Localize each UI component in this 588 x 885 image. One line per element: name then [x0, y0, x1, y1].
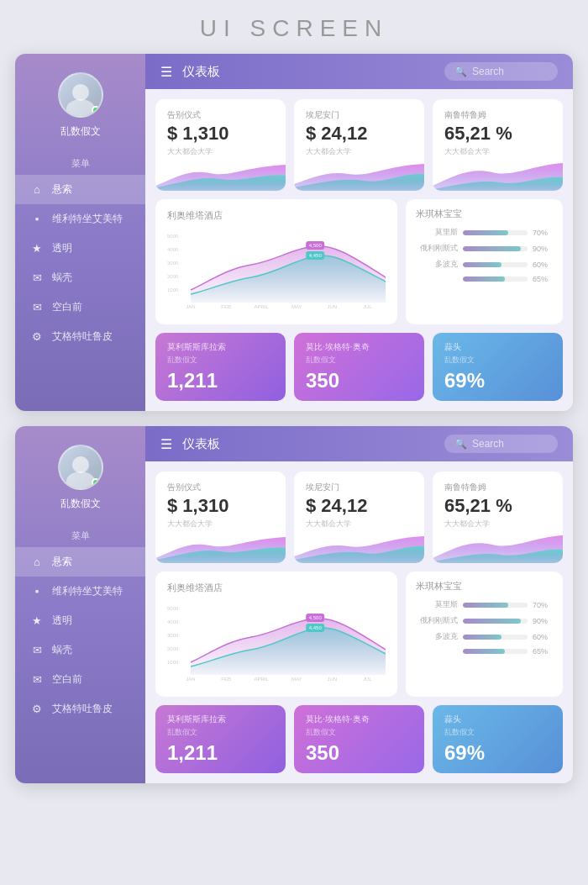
progress-bar-fill-2 — [463, 246, 521, 251]
search-box: 🔍 — [444, 62, 558, 81]
svg-text:JUN: JUN — [327, 677, 337, 682]
sidebar-item-star[interactable]: ★ 透明 — [15, 234, 145, 263]
progress-bar-bg-2-4 — [463, 649, 528, 654]
sidebar-2-item-chat[interactable]: ✉ 蜗壳 — [15, 635, 145, 665]
progress-bar-fill-3 — [463, 262, 501, 267]
progress-pct-2-3: 60% — [533, 633, 553, 641]
stat-card-2-1-chart — [155, 533, 286, 563]
stat-card-1-sublabel: 大大都会大学 — [167, 146, 274, 157]
svg-text:4,450: 4,450 — [309, 253, 323, 258]
bottom-card-2-3: 蒜头 乱数假文 69% — [433, 705, 563, 773]
bottom-card-2-3-sublabel: 乱数假文 — [444, 727, 475, 738]
nav-items-2: ⌂ 悬索 ▪ 维利特坐艾美特 ★ 透明 ✉ 蜗壳 ✉ 空白前 ⚙ 艾格特吐鲁皮 — [15, 547, 145, 724]
sidebar-2-item-label: 悬索 — [52, 555, 72, 569]
progress-bar-fill-1 — [463, 230, 508, 235]
sidebar-item-settings[interactable]: ⚙ 艾格特吐鲁皮 — [15, 322, 145, 351]
sidebar-item-label: 蜗壳 — [52, 271, 72, 285]
svg-text:FEB: FEB — [221, 304, 231, 309]
progress-bar-bg-2-2 — [463, 619, 528, 624]
sidebar-item-home[interactable]: ⌂ 悬索 — [15, 175, 145, 204]
bottom-cards: 莫利斯斯库拉索 乱数假文 1,211 莫比·埃格特·奥奇 乱数假文 350 蒜头… — [145, 324, 573, 411]
sidebar-2-item-settings[interactable]: ⚙ 艾格特吐鲁皮 — [15, 694, 145, 724]
progress-bar-bg-2 — [463, 246, 528, 251]
sidebar-2-item-label: 透明 — [52, 614, 72, 628]
line-chart-title-2: 利奥维塔酒店 — [167, 582, 386, 594]
stat-card-3-value: 65,21 % — [444, 123, 551, 145]
sidebar-2-item-label: 空白前 — [52, 672, 82, 687]
progress-title: 米琪林宝宝 — [416, 208, 553, 220]
chat-icon-2: ✉ — [30, 644, 44, 656]
main-content: ☰ 仪表板 🔍 告别仪式 $ 1,310 大大都会大学 — [145, 54, 573, 411]
sidebar-item-mail[interactable]: ✉ 空白前 — [15, 292, 145, 322]
progress-label-2-2: 俄利刚斯式 — [416, 615, 458, 626]
sidebar-2: 乱数假文 菜单 ⌂ 悬索 ▪ 维利特坐艾美特 ★ 透明 ✉ 蜗壳 ✉ 空白前 — [15, 426, 145, 783]
bottom-card-1-sublabel: 乱数假文 — [167, 355, 197, 366]
bottom-card-1-value: 1,211 — [167, 369, 218, 392]
progress-title-2: 米琪林宝宝 — [416, 580, 553, 593]
bottom-card-2-value: 350 — [306, 369, 339, 392]
stat-cards-grid-2: 告别仪式 $ 1,310 大大都会大学 埃尼安门 $ 24,12 大大都会大学 — [145, 461, 573, 563]
progress-row-1: 莫里斯 70% — [416, 227, 553, 238]
hamburger-icon[interactable]: ☰ — [160, 64, 172, 80]
sidebar-2-item-home[interactable]: ⌂ 悬索 — [15, 547, 145, 577]
svg-text:4,500: 4,500 — [309, 243, 323, 248]
bottom-card-1: 莫利斯斯库拉索 乱数假文 1,211 — [155, 333, 286, 401]
star-icon: ★ — [30, 242, 44, 255]
svg-text:APRIL: APRIL — [254, 677, 269, 682]
sidebar-item-chart[interactable]: ▪ 维利特坐艾美特 — [15, 204, 145, 234]
sidebar-item-label: 维利特坐艾美特 — [52, 212, 123, 226]
stat-card-2-2-sublabel: 大大都会大学 — [306, 519, 412, 529]
sidebar-2-item-chart[interactable]: ▪ 维利特坐艾美特 — [15, 577, 145, 606]
sidebar-2-item-star[interactable]: ★ 透明 — [15, 606, 145, 635]
stat-card-2-3-label: 南鲁特鲁姆 — [444, 482, 551, 493]
stat-card-1-chart — [155, 161, 286, 191]
progress-pct-1: 70% — [533, 229, 553, 237]
stat-card-2-1-value: $ 1,310 — [167, 495, 274, 517]
settings-icon-2: ⚙ — [30, 703, 44, 715]
sidebar-item-label: 悬索 — [52, 182, 72, 197]
bottom-card-3: 蒜头 乱数假文 69% — [433, 333, 563, 401]
stat-card-3-label: 南鲁特鲁姆 — [444, 109, 551, 121]
avatar — [58, 72, 103, 118]
svg-text:2000: 2000 — [167, 274, 179, 279]
star-icon-2: ★ — [30, 614, 44, 627]
search-input[interactable] — [472, 66, 548, 77]
online-dot-2 — [92, 478, 100, 487]
bottom-card-2-3-label: 蒜头 — [444, 714, 461, 725]
sidebar-2-item-mail[interactable]: ✉ 空白前 — [15, 665, 145, 694]
progress-row-2-3: 多波克 60% — [416, 631, 553, 642]
stat-card-2-sublabel: 大大都会大学 — [306, 146, 412, 157]
mail-icon: ✉ — [30, 301, 44, 313]
bottom-card-2-1-label: 莫利斯斯库拉索 — [167, 714, 226, 725]
search-box-2: 🔍 — [444, 435, 558, 453]
progress-pct-3: 60% — [533, 261, 553, 269]
svg-text:JUN: JUN — [327, 304, 337, 309]
sidebar-item-label: 透明 — [52, 241, 72, 255]
stat-card-2-3-sublabel: 大大都会大学 — [444, 519, 551, 529]
svg-text:MAY: MAY — [291, 304, 302, 309]
sidebar-item-chat[interactable]: ✉ 蜗壳 — [15, 263, 145, 292]
svg-text:5000: 5000 — [167, 606, 179, 611]
progress-card-2: 米琪林宝宝 莫里斯 70% 俄利刚斯式 90% 多波克 — [406, 572, 563, 697]
search-input-2[interactable] — [472, 438, 548, 450]
svg-text:JUL: JUL — [363, 677, 372, 682]
dashboard-1: 乱数假文 菜单 ⌂ 悬索 ▪ 维利特坐艾美特 ★ 透明 ✉ 蜗壳 ✉ 空白前 — [15, 54, 573, 411]
hamburger-icon-2[interactable]: ☰ — [160, 436, 172, 452]
svg-text:1000: 1000 — [167, 287, 179, 292]
mail-icon-2: ✉ — [30, 673, 44, 686]
stat-card-1-value: $ 1,310 — [167, 123, 274, 145]
bottom-cards-2: 莫利斯斯库拉索 乱数假文 1,211 莫比·埃格特·奥奇 乱数假文 350 蒜头… — [145, 697, 573, 783]
chart-progress-section: 利奥维塔酒店 5000 4000 — [145, 191, 573, 324]
progress-bar-bg-3 — [463, 262, 528, 267]
svg-text:5000: 5000 — [167, 234, 179, 239]
progress-row-2-4: 65% — [416, 647, 553, 656]
sidebar-2-item-label: 蜗壳 — [52, 643, 72, 657]
menu-label: 菜单 — [71, 157, 90, 170]
progress-bar-bg-2-3 — [463, 635, 528, 640]
svg-text:JAN: JAN — [186, 304, 195, 309]
svg-text:MAY: MAY — [291, 677, 302, 682]
progress-row-3: 多波克 60% — [416, 259, 553, 270]
bottom-card-2: 莫比·埃格特·奥奇 乱数假文 350 — [294, 333, 424, 401]
bottom-card-1-label: 莫利斯斯库拉索 — [167, 341, 226, 353]
progress-label-3: 多波克 — [416, 259, 458, 270]
